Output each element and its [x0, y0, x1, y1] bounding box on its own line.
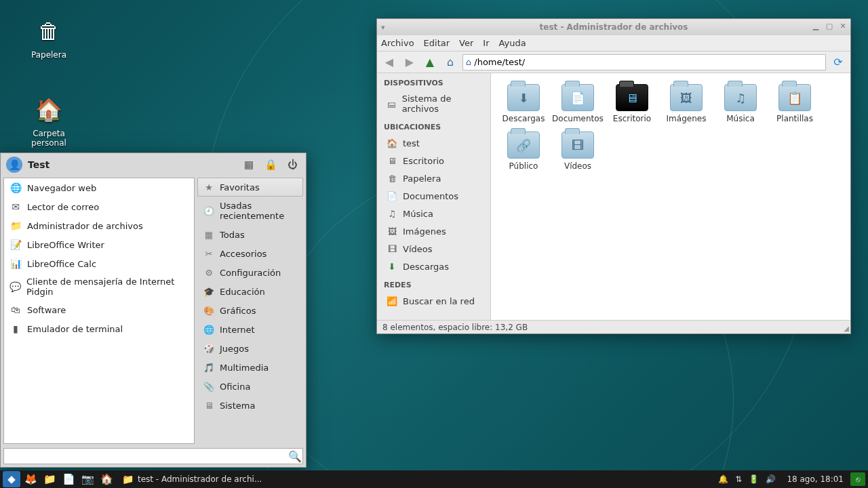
lock-button[interactable]: 🔒	[262, 157, 279, 173]
maximize-button[interactable]: ▢	[825, 21, 834, 30]
sidebar-item-music[interactable]: ♫Música	[377, 205, 490, 222]
sidebar-item-videos[interactable]: 🎞Vídeos	[377, 240, 490, 258]
logout-button[interactable]: ⎋	[850, 472, 865, 486]
search-icon[interactable]: 🔍	[288, 450, 302, 463]
sidebar-item-label: Documentos	[403, 191, 458, 201]
category-label: Usadas recientemente	[220, 201, 297, 221]
sidebar-item-trash[interactable]: 🗑Papelera	[377, 169, 490, 187]
folder-item[interactable]: 🔗Público	[496, 129, 551, 174]
menu-editar[interactable]: Editar	[424, 38, 450, 48]
category-item[interactable]: 🌐Internet	[197, 320, 303, 339]
tray-battery-icon[interactable]: 🔋	[749, 474, 759, 484]
taskbar-task[interactable]: 📁 test - Administrador de archi...	[117, 471, 267, 487]
refresh-button[interactable]: ⟳	[830, 54, 846, 70]
category-icon: 🎨	[203, 305, 214, 316]
folder-label: Música	[713, 114, 768, 123]
app-label: Administrador de archivos	[27, 221, 143, 231]
category-item[interactable]: ★Favoritas	[197, 178, 303, 197]
app-item[interactable]: ✉Lector de correo	[4, 197, 194, 216]
category-item[interactable]: 🖥Sistema	[197, 396, 303, 415]
show-desktop-button[interactable]: 🏠	[98, 471, 115, 487]
category-item[interactable]: ▦Todas	[197, 225, 303, 244]
folder-item[interactable]: 🖥Escritorio	[605, 81, 659, 126]
titlebar[interactable]: ▾ test - Administrador de archivos ▁ ▢ ✕	[377, 19, 850, 35]
category-item[interactable]: ⚙Configuración	[197, 263, 303, 282]
folder-icon: 🎞	[561, 131, 594, 159]
app-item[interactable]: 📝LibreOffice Writer	[4, 235, 194, 254]
sidebar-item-label: Descargas	[403, 262, 449, 272]
tray-volume-icon[interactable]: 🔊	[766, 474, 776, 484]
folder-item[interactable]: ♫Música	[713, 81, 768, 126]
nav-home-button[interactable]: ⌂	[442, 54, 458, 70]
menu-ir[interactable]: Ir	[483, 38, 489, 48]
folder-item[interactable]: 🎞Vídeos	[551, 129, 605, 174]
app-icon: 📝	[9, 239, 22, 251]
category-item[interactable]: 🕘Usadas recientemente	[197, 197, 303, 225]
category-item[interactable]: 📎Oficina	[197, 377, 303, 396]
downloads-icon: ⬇	[387, 261, 397, 272]
images-icon: 🖼	[387, 226, 397, 237]
folder-item[interactable]: 🖼Imágenes	[659, 81, 713, 126]
clock[interactable]: 18 ago, 18:01	[781, 474, 849, 484]
menu-ayuda[interactable]: Ayuda	[499, 38, 526, 48]
sidebar-item-home[interactable]: 🏠test	[377, 134, 490, 152]
launcher-editor[interactable]: 📄	[60, 471, 77, 487]
path-bar[interactable]: ⌂ /home/test/	[462, 54, 826, 70]
nav-forward-button[interactable]: ▶	[401, 54, 418, 70]
app-item[interactable]: 🛍Software	[4, 300, 194, 319]
category-icon: 🌐	[203, 324, 214, 335]
sidebar-item-filesystem[interactable]: 🖴Sistema de archivos	[377, 90, 490, 117]
desktop-icon-label: Papelera	[15, 50, 83, 60]
app-item[interactable]: 💬Cliente de mensajería de Internet Pidgi…	[4, 273, 194, 300]
trash-icon: 🗑	[33, 15, 65, 47]
folder-label: Escritorio	[605, 114, 659, 123]
launcher-screenshot[interactable]: 📷	[79, 471, 96, 487]
power-button[interactable]: ⏻	[284, 157, 300, 173]
folder-label: Documentos	[551, 114, 605, 123]
settings-button[interactable]: ▦	[241, 157, 257, 173]
file-manager-window: ▾ test - Administrador de archivos ▁ ▢ ✕…	[376, 18, 851, 334]
app-item[interactable]: 📊LibreOffice Calc	[4, 254, 194, 273]
sidebar-item-desktop[interactable]: 🖥Escritorio	[377, 152, 490, 169]
sidebar-item-images[interactable]: 🖼Imágenes	[377, 222, 490, 240]
start-button[interactable]: ◆	[3, 471, 20, 487]
category-label: Multimedia	[220, 363, 269, 373]
file-grid[interactable]: ⬇Descargas📄Documentos🖥Escritorio🖼Imágene…	[491, 73, 850, 320]
search-input[interactable]	[4, 451, 288, 462]
app-item[interactable]: 📁Administrador de archivos	[4, 216, 194, 235]
launcher-files[interactable]: 📁	[41, 471, 58, 487]
minimize-button[interactable]: ▁	[811, 21, 821, 30]
nav-back-button[interactable]: ◀	[381, 54, 397, 70]
category-item[interactable]: 🎨Gráficos	[197, 301, 303, 320]
category-icon: 🖥	[203, 400, 214, 411]
app-item[interactable]: ▮Emulador de terminal	[4, 319, 194, 338]
resize-grip[interactable]: ◢	[844, 325, 849, 332]
avatar-icon[interactable]: 👤	[6, 157, 22, 173]
desktop-icon-trash[interactable]: 🗑 Papelera	[15, 15, 83, 60]
sidebar-item-downloads[interactable]: ⬇Descargas	[377, 258, 490, 275]
folder-item[interactable]: 📋Plantillas	[768, 81, 822, 126]
category-item[interactable]: 🎲Juegos	[197, 339, 303, 358]
nav-up-button[interactable]: ▲	[422, 54, 438, 70]
tray-notifications-icon[interactable]: 🔔	[718, 474, 728, 484]
app-item[interactable]: 🌐Navegador web	[4, 178, 194, 197]
window-menu-icon[interactable]: ▾	[381, 23, 385, 32]
menu-archivo[interactable]: Archivo	[381, 38, 414, 48]
tray-updates-icon[interactable]: ⇅	[735, 474, 742, 484]
category-item[interactable]: 🎵Multimedia	[197, 358, 303, 377]
folder-icon: 🔗	[507, 131, 540, 159]
launcher-firefox[interactable]: 🦊	[22, 471, 39, 487]
close-button[interactable]: ✕	[838, 21, 848, 30]
sidebar-item-network[interactable]: 📶Buscar en la red	[377, 292, 490, 310]
folder-label: Imágenes	[659, 114, 713, 123]
folder-item[interactable]: 📄Documentos	[551, 81, 605, 126]
menu-ver[interactable]: Ver	[459, 38, 473, 48]
category-item[interactable]: 🎓Educación	[197, 282, 303, 301]
folder-item[interactable]: ⬇Descargas	[496, 81, 551, 126]
sidebar-item-label: Sistema de archivos	[402, 94, 484, 114]
desktop-icon-home[interactable]: 🏠 Carpeta personal	[15, 94, 83, 148]
sidebar-item-documents[interactable]: 📄Documentos	[377, 187, 490, 205]
path-home-icon: ⌂	[466, 57, 471, 67]
category-label: Gráficos	[220, 306, 256, 316]
category-item[interactable]: ✂Accesorios	[197, 244, 303, 263]
